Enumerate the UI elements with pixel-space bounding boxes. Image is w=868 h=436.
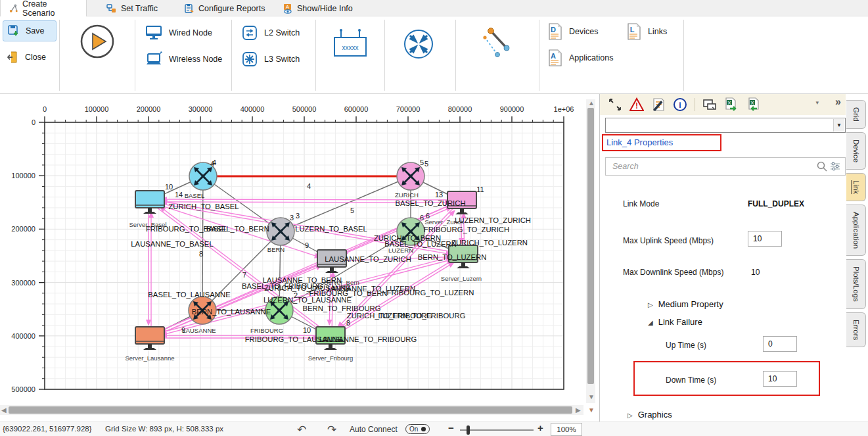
side-tab-errors[interactable]: Errors [846,312,866,347]
up-time-label: Up Time (s) [666,341,706,350]
link-name-label: BASEL_TO_BERN [206,225,269,233]
devices-button[interactable]: D Devices [548,20,598,43]
scroll-down-icon[interactable]: ▼ [588,394,595,400]
max-uplink-speed-input[interactable]: 10 [748,231,782,247]
properties-toolbar: ! i X X [600,94,846,115]
ruler-y-label: 500000 [11,385,35,393]
close-label: Close [25,53,46,62]
tab-create-scenario[interactable]: Create Scenario [0,0,87,16]
undo-icon[interactable]: ↶ [297,423,306,436]
run-simulation-button[interactable] [79,23,116,60]
search-placeholder: Search [612,162,639,171]
id-digit: 5 [350,206,354,214]
scroll-left-icon[interactable]: ◀ [1,407,7,414]
toolbar-overflow-icon[interactable]: ▾ [815,99,819,106]
ribbon-group-rapid-configurator: D Devices A Applications L Links Rapid C… [539,16,683,81]
vertical-scrollbar-thumb[interactable] [587,108,594,384]
link-failure-expander[interactable]: ◢Link Failure [648,317,702,327]
l3-switch-button[interactable]: L3 Switch [242,48,300,70]
horizontal-scrollbar-thumb[interactable] [9,406,572,414]
close-button[interactable]: Close [3,47,57,68]
create-scenario-icon [9,3,18,14]
tab-label: Set Traffic [121,4,158,13]
side-tab-plots-logs[interactable]: Plots/Logs [846,259,866,309]
export-excel-icon[interactable]: X [724,97,739,112]
ribbon-group-file: Save Close File [0,16,59,81]
side-tab-link[interactable]: Link [846,173,866,201]
devices-label: Devices [569,27,598,36]
id-digit: 4 [307,182,311,190]
wireless-node-button[interactable]: Wireless Node [145,48,222,70]
auto-connect-toggle[interactable]: On [405,424,430,434]
redo-icon[interactable]: ↷ [327,423,336,436]
property-set-dropdown[interactable]: ▼ [605,118,846,133]
scroll-right-icon[interactable]: ▶ [576,407,581,414]
warning-icon[interactable]: ! [629,97,644,112]
search-icon[interactable] [816,160,828,172]
collapsed-arrow-icon: ▷ [628,412,633,419]
graphics-expander[interactable]: ▷Graphics [628,410,672,420]
router-button[interactable] [403,28,434,60]
open-window-icon[interactable] [702,97,717,112]
close-icon [7,51,20,64]
save-button[interactable]: Save [3,20,57,41]
id-digit: 3 [296,212,300,220]
info-icon[interactable]: i [673,97,687,112]
wired-wireless-links-button[interactable] [480,26,513,61]
horizontal-scrollbar[interactable]: ◀ ▶ [0,405,583,415]
side-tab-application[interactable]: Application [846,205,866,256]
side-tab-grid[interactable]: Grid [846,100,866,129]
server-lausanne[interactable]: Server_Lausanne [126,327,175,362]
tab-set-traffic[interactable]: Set Traffic [99,0,166,16]
configure-reports-icon [184,3,194,14]
id-digit: 14 [175,191,183,199]
l2-switch-button[interactable]: L2 Switch [242,22,300,44]
expand-panel-icon[interactable] [608,97,622,112]
canvas-overflow-down-icon[interactable]: ▼ [588,407,595,414]
id-digit: 10 [165,183,173,191]
link-name-label: ZURICH_TO_LUZERN [451,239,528,247]
dropdown-arrow-icon[interactable]: ▼ [833,119,844,132]
zoom-level[interactable]: 100% [551,423,582,436]
zoom-slider-handle[interactable] [467,425,470,435]
link-name-label: LUZERN_TO_BASEL [295,225,367,233]
zoom-in-button[interactable]: + [537,422,543,433]
router-zurich[interactable]: 5ZURICH [395,158,424,199]
links-button[interactable]: L Links [627,20,667,43]
devices-icon: D [548,23,562,40]
router-label: ZURICH [395,191,419,199]
svg-text:A: A [551,52,556,60]
wired-node-button[interactable]: Wired Node [145,22,212,44]
medium-property-expander[interactable]: ▷Medium Property [648,299,723,309]
tab-show-hide-info[interactable]: A Show/Hide Info [275,0,361,16]
links-icon: L [627,23,641,40]
wireless-node-icon [145,51,162,67]
filter-icon[interactable] [829,160,841,172]
ruler-x-label: 900000 [500,105,524,113]
tab-configure-reports[interactable]: Configure Reports [176,0,273,16]
id-digit: 11 [476,185,484,193]
applications-icon: A [548,49,562,66]
import-excel-icon[interactable]: X [746,97,760,112]
svg-text:!: ! [635,101,638,110]
server-basel[interactable]: Server_Basel [129,191,166,228]
zoom-slider[interactable] [460,429,534,431]
scroll-up-icon[interactable]: ▲ [588,100,595,107]
svg-text:X: X [727,100,731,106]
up-time-input[interactable]: 0 [763,336,797,352]
ruler-x-label: 200000 [137,105,161,113]
zoom-out-button[interactable]: − [448,422,454,433]
tab-label: Show/Hide Info [297,4,353,13]
topology-svg: 0100000200000300000400000500000600000700… [0,94,599,422]
access-point-button[interactable]: xxxxx [332,28,369,59]
network-canvas[interactable]: 0100000200000300000400000500000600000700… [0,94,599,422]
applications-button[interactable]: A Applications [548,47,613,69]
edit-notes-icon[interactable] [651,97,666,112]
toggle-dot [421,427,426,431]
collapse-panel-icon[interactable]: » [835,96,840,108]
side-tab-label: Plots/Logs [852,260,860,308]
medium-property-label: Medium Property [658,299,723,309]
vertical-scrollbar[interactable]: ▲ ▼ [586,99,595,403]
side-tab-device[interactable]: Device [846,132,866,170]
search-box[interactable]: Search [605,157,846,176]
